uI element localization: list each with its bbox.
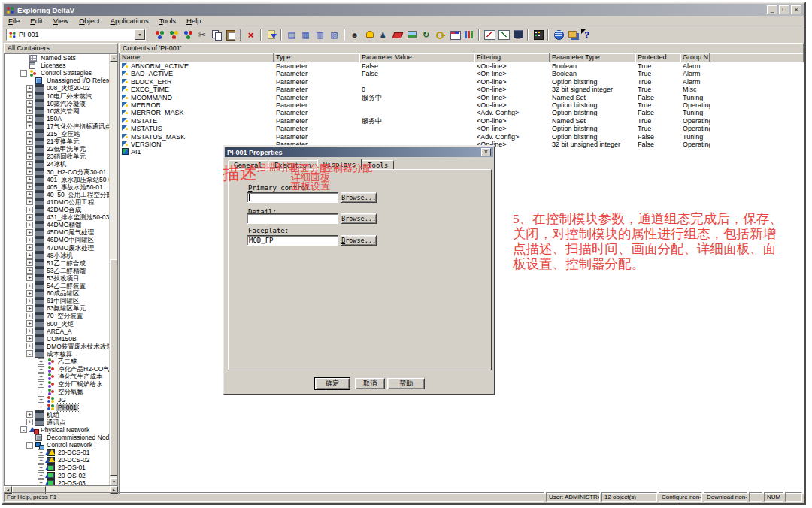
tree-item[interactable]: +DMO装置废水技术改造 bbox=[5, 343, 110, 350]
tree-item[interactable]: +23硝回收单元 bbox=[5, 153, 110, 160]
tree-item[interactable]: +乙二醇 bbox=[5, 358, 110, 365]
expand-icon[interactable]: + bbox=[26, 267, 33, 274]
tree-item[interactable]: +008_火炬20-02 bbox=[5, 84, 110, 92]
object-selector-combobox[interactable]: PI-001 ▼ bbox=[6, 29, 146, 41]
expand-icon[interactable]: + bbox=[26, 419, 33, 425]
tree-item[interactable]: +53技改项目 bbox=[5, 274, 110, 282]
expand-icon[interactable]: + bbox=[26, 298, 33, 304]
context-help-button[interactable]: ? bbox=[580, 28, 594, 41]
tree-item[interactable]: +53乙二醇精馏 bbox=[5, 267, 110, 274]
scroll-down-icon[interactable]: ▼ bbox=[110, 478, 118, 485]
tree-item[interactable]: +60成品罐区 bbox=[5, 289, 110, 297]
tree-item[interactable]: +47DMO废水处理 bbox=[5, 244, 110, 252]
detail-input[interactable] bbox=[247, 213, 338, 224]
tree-item[interactable]: -Physical Network bbox=[5, 426, 110, 434]
tree-item[interactable]: +22低甲洗单元 bbox=[5, 145, 110, 153]
table-row[interactable]: EXEC_TIMEParameter0<On-line>32 bit signe… bbox=[120, 86, 804, 93]
expand-icon[interactable]: + bbox=[26, 237, 33, 243]
expand-icon[interactable]: + bbox=[26, 411, 33, 418]
trend-chart-button[interactable] bbox=[482, 28, 496, 41]
tree-item[interactable]: +20-OS-03 bbox=[5, 479, 110, 485]
vertical-scroll-thumb[interactable] bbox=[110, 259, 118, 476]
app-launcher-2-button[interactable] bbox=[166, 28, 180, 41]
tree-item[interactable]: +10蒸汽冷凝液 bbox=[5, 100, 110, 107]
tree-item[interactable]: +44DMO精馏 bbox=[5, 221, 110, 228]
expand-icon[interactable]: + bbox=[26, 313, 33, 319]
close-button[interactable]: × bbox=[791, 5, 801, 14]
security-key-button[interactable] bbox=[433, 28, 447, 41]
expand-icon[interactable]: + bbox=[26, 335, 33, 342]
app-launcher-3-button[interactable] bbox=[180, 28, 195, 41]
minimize-button[interactable]: _ bbox=[767, 5, 777, 14]
expand-icon[interactable]: + bbox=[26, 100, 33, 107]
table-row[interactable]: MSTATUS_MASKParameter<Adv. Config>Option… bbox=[120, 133, 804, 141]
tree-item[interactable]: +10电厂外来蒸汽 bbox=[5, 92, 110, 100]
expand-icon[interactable]: + bbox=[38, 381, 44, 388]
expand-icon[interactable]: + bbox=[26, 85, 33, 92]
tree-item[interactable]: +42DMO合成 bbox=[5, 206, 110, 213]
restore-button[interactable]: □ bbox=[779, 5, 789, 14]
tree-item[interactable]: +63氨罐区单元 bbox=[5, 304, 110, 312]
scroll-up-icon[interactable]: ▲ bbox=[110, 54, 118, 62]
table-row[interactable]: BLOCK_ERRParameter<On-line>Option bitstr… bbox=[120, 78, 804, 86]
dialog-close-icon[interactable]: × bbox=[481, 148, 491, 156]
primary-control-browse-button[interactable]: Browse... bbox=[341, 192, 377, 203]
tree-item[interactable]: +70_空分装置 bbox=[5, 312, 110, 319]
tree-item[interactable]: +21变换单元 bbox=[5, 138, 110, 145]
expand-icon[interactable]: + bbox=[26, 92, 33, 99]
picture-button[interactable] bbox=[404, 28, 419, 41]
tree-item[interactable]: +空分厂锅炉给水 bbox=[5, 380, 110, 388]
tree-item[interactable]: +17气化公控指标通讯点 bbox=[5, 122, 110, 130]
expand-icon[interactable]: + bbox=[26, 320, 33, 327]
tree-item[interactable]: +48小冰机 bbox=[5, 252, 110, 259]
expand-icon[interactable]: + bbox=[26, 146, 33, 153]
faceplate-input[interactable]: MOD_FP bbox=[247, 235, 338, 246]
tree-item[interactable]: +净化气生产成本 bbox=[5, 373, 110, 380]
tree-item[interactable]: +54乙二醇装置 bbox=[5, 282, 110, 289]
expand-icon[interactable]: + bbox=[38, 404, 44, 410]
menu-view[interactable]: View bbox=[49, 17, 74, 25]
primary-control-input[interactable] bbox=[247, 192, 338, 203]
menu-help[interactable]: Help bbox=[182, 17, 208, 25]
delete-button[interactable]: × bbox=[244, 28, 258, 41]
expand-icon[interactable]: + bbox=[38, 366, 44, 373]
expand-icon[interactable]: + bbox=[26, 222, 33, 228]
column-header-name[interactable]: Name bbox=[120, 53, 274, 62]
cut-button[interactable]: ✂ bbox=[195, 28, 209, 41]
tree-item[interactable]: Decommissioned Nodes bbox=[5, 434, 110, 441]
monitor-button[interactable] bbox=[511, 28, 525, 41]
menu-edit[interactable]: Edit bbox=[26, 17, 48, 25]
large-buttons-view-icon[interactable]: ▤ bbox=[284, 28, 298, 41]
expand-icon[interactable]: + bbox=[26, 290, 33, 297]
expand-icon[interactable]: + bbox=[26, 252, 33, 259]
tree-item[interactable]: +20-DCS-01 bbox=[5, 449, 110, 456]
expand-icon[interactable]: + bbox=[38, 479, 44, 485]
tune-chart-button[interactable] bbox=[496, 28, 511, 41]
faceplate-browse-button[interactable]: Browse... bbox=[341, 235, 377, 246]
tree-item[interactable]: +净化产品H2-CO气生产 bbox=[5, 365, 110, 373]
menu-applications[interactable]: Applications bbox=[106, 17, 155, 25]
tree-item[interactable]: +431_排水监测池50-03 bbox=[5, 213, 110, 221]
user-accounts-button[interactable]: ☻ bbox=[347, 28, 362, 41]
tree-item[interactable]: +AREA_A bbox=[5, 328, 110, 335]
tree-vertical-scrollbar[interactable]: ▲ ▼ bbox=[109, 54, 117, 485]
list-view-button[interactable]: ▥ bbox=[313, 28, 327, 41]
copy-button[interactable] bbox=[209, 28, 223, 41]
expand-icon[interactable]: + bbox=[38, 358, 44, 365]
expand-icon[interactable]: + bbox=[26, 229, 33, 236]
tree-item[interactable]: Named Sets bbox=[5, 54, 110, 62]
operator-button[interactable]: ♟ bbox=[376, 28, 390, 41]
tree-item[interactable]: +401_原水加压泵站50-03 bbox=[5, 176, 110, 183]
tree-item[interactable]: +40_50_公用工程空分部分 bbox=[5, 191, 110, 198]
tree-item[interactable]: -Control Network bbox=[5, 441, 110, 449]
expand-icon[interactable]: + bbox=[26, 207, 33, 213]
expand-icon[interactable]: + bbox=[26, 259, 33, 266]
column-header-protected[interactable]: Protected bbox=[635, 53, 680, 62]
expand-icon[interactable]: + bbox=[26, 328, 33, 334]
tree-item[interactable]: -Control Strategies bbox=[5, 69, 110, 77]
expand-icon[interactable]: + bbox=[26, 283, 33, 289]
expand-icon[interactable]: + bbox=[38, 457, 44, 464]
tree-item[interactable]: +215_空压站 bbox=[5, 130, 110, 138]
column-header-type[interactable]: Type bbox=[274, 53, 359, 62]
expand-icon[interactable]: + bbox=[26, 305, 33, 312]
